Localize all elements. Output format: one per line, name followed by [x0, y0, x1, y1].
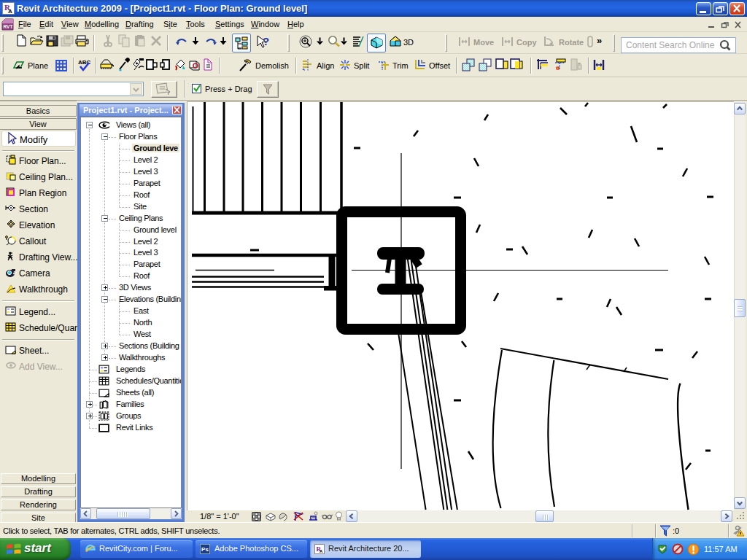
- svg-text:A: A: [8, 8, 12, 15]
- svg-text:A: A: [320, 549, 323, 553]
- svg-text:RVT: RVT: [4, 24, 13, 29]
- svg-text:?: ?: [263, 35, 269, 47]
